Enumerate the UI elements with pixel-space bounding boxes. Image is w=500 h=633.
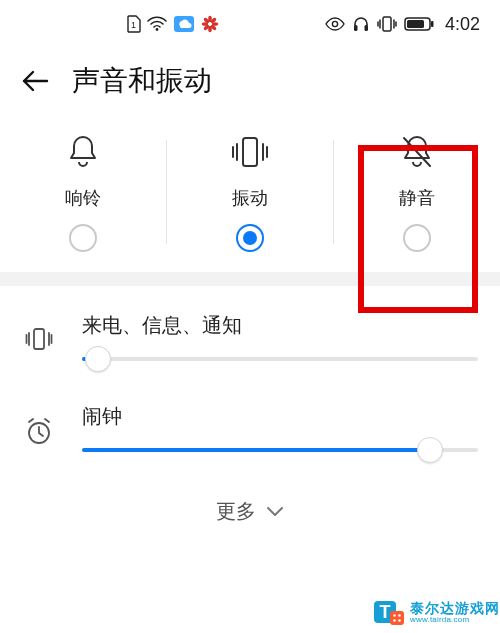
watermark-text: 泰尔达游戏网 www.tairda.com	[410, 601, 500, 624]
vibrate-icon	[228, 132, 272, 172]
watermark-logo-icon: T	[370, 595, 406, 631]
back-button[interactable]	[20, 66, 50, 96]
svg-rect-14	[383, 17, 391, 31]
bell-off-icon	[400, 132, 434, 172]
mode-vibrate-label: 振动	[232, 186, 268, 210]
svg-rect-18	[243, 138, 257, 166]
page-title: 声音和振动	[72, 62, 212, 100]
mode-vibrate[interactable]: 振动	[167, 132, 333, 252]
cloud-icon	[173, 15, 195, 33]
status-left-icons: 1	[20, 15, 325, 33]
mode-ring-radio[interactable]	[69, 224, 97, 252]
bell-icon	[67, 132, 99, 172]
svg-point-26	[398, 614, 401, 617]
more-label: 更多	[216, 498, 256, 525]
vibrate-small-icon	[22, 312, 56, 352]
mode-silent-radio[interactable]	[403, 224, 431, 252]
vibrate-status-icon	[377, 15, 397, 33]
status-bar: 1 4:02	[0, 0, 500, 48]
slider-alarm-row: 闹钟	[22, 403, 478, 452]
mode-vibrate-radio[interactable]	[236, 224, 264, 252]
eye-icon	[325, 17, 345, 31]
slider-notifications[interactable]	[82, 357, 478, 361]
arrow-left-icon	[21, 69, 49, 93]
battery-icon	[404, 16, 434, 32]
svg-rect-13	[364, 25, 368, 31]
svg-point-27	[393, 619, 396, 622]
more-button[interactable]: 更多	[22, 494, 478, 525]
section-divider	[0, 272, 500, 286]
svg-point-1	[156, 28, 159, 31]
svg-rect-12	[354, 25, 358, 31]
slider-notifications-thumb[interactable]	[85, 346, 111, 372]
sound-mode-panel: 响铃 振动 静音	[0, 128, 500, 272]
watermark-line2: www.tairda.com	[410, 616, 500, 624]
mode-silent-label: 静音	[399, 186, 435, 210]
chevron-down-icon	[266, 506, 284, 518]
wifi-icon	[147, 16, 167, 32]
slider-alarm-label: 闹钟	[82, 403, 478, 430]
status-right-icons: 4:02	[325, 14, 480, 35]
svg-rect-16	[407, 20, 424, 28]
slider-alarm-thumb[interactable]	[417, 437, 443, 463]
svg-point-25	[393, 614, 396, 617]
watermark-line1: 泰尔达游戏网	[410, 601, 500, 616]
slider-notifications-row: 来电、信息、通知	[22, 312, 478, 361]
sim-icon: 1	[126, 15, 141, 33]
svg-rect-17	[431, 21, 434, 27]
alarm-clock-icon	[22, 403, 56, 447]
svg-point-11	[332, 21, 337, 26]
slider-alarm[interactable]	[82, 448, 478, 452]
mode-ring[interactable]: 响铃	[0, 132, 166, 252]
page-header: 声音和振动	[0, 48, 500, 128]
slider-notifications-label: 来电、信息、通知	[82, 312, 478, 339]
svg-text:1: 1	[131, 20, 136, 30]
clock-text: 4:02	[445, 14, 480, 35]
mode-ring-label: 响铃	[65, 186, 101, 210]
svg-rect-24	[390, 611, 404, 625]
huawei-icon	[201, 15, 219, 33]
svg-point-28	[398, 619, 401, 622]
mode-silent[interactable]: 静音	[334, 132, 500, 252]
volume-sliders: 来电、信息、通知 闹钟 更多	[0, 286, 500, 525]
svg-rect-20	[34, 329, 44, 349]
svg-text:T: T	[380, 602, 391, 622]
watermark: T 泰尔达游戏网 www.tairda.com	[370, 595, 500, 631]
headphones-icon	[352, 15, 370, 33]
